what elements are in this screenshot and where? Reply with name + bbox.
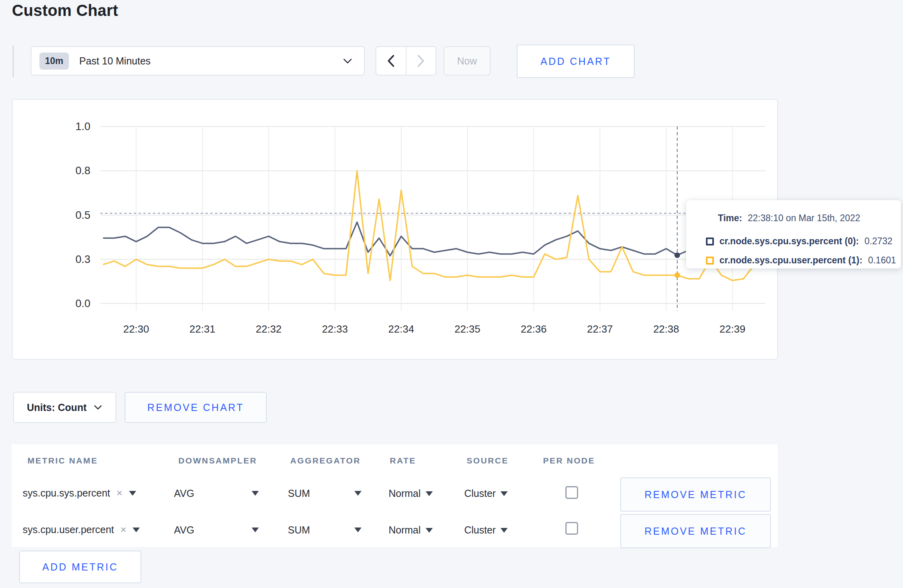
caret-down-icon [129, 491, 136, 496]
source-dropdown[interactable]: Cluster [464, 524, 508, 536]
col-header-per-node: PER NODE [543, 456, 595, 465]
caret-down-icon [500, 491, 508, 496]
col-header-source: SOURCE [467, 456, 508, 465]
caret-down-icon [426, 528, 433, 533]
hover-point-sys [674, 252, 680, 258]
table-row: sys.cpu.sys.percent × AVG SUM Normal Clu… [12, 477, 778, 513]
units-dropdown[interactable]: Units: Count [13, 392, 116, 423]
per-node-checkbox[interactable] [565, 522, 578, 535]
table-row: sys.cpu.user.percent × AVG SUM Normal Cl… [12, 513, 778, 550]
next-interval-button[interactable] [407, 47, 436, 75]
metric-name-value: sys.cpu.user.percent [23, 524, 114, 535]
tooltip-series-label: cr.node.sys.cpu.user.percent (1): [719, 255, 862, 266]
per-node-checkbox[interactable] [565, 486, 578, 499]
toolbar-accent-divider [13, 45, 14, 77]
col-header-aggregator: AGGREGATOR [290, 456, 361, 465]
rate-dropdown[interactable]: Normal [389, 524, 433, 536]
x-axis-tick-label: 22:36 [521, 323, 547, 335]
y-axis-tick-label: 0.3 [75, 253, 90, 265]
series-user-legend-swatch-icon [706, 257, 714, 265]
y-axis-tick-label: 0.5 [75, 209, 90, 221]
now-button[interactable]: Now [444, 46, 491, 76]
series-sys-legend-swatch-icon [706, 238, 714, 245]
caret-down-icon [133, 528, 140, 532]
metrics-table: METRIC NAME DOWNSAMPLER AGGREGATOR RATE … [12, 444, 778, 547]
x-axis-tick-label: 22:35 [454, 323, 480, 335]
col-header-metric-name: METRIC NAME [27, 456, 98, 465]
metric-name-value: sys.cpu.sys.percent [23, 487, 110, 499]
caret-down-icon [426, 491, 433, 496]
time-range-dropdown[interactable]: 10m Past 10 Minutes [31, 46, 365, 76]
time-step-button-group [375, 46, 436, 76]
rate-value: Normal [389, 488, 421, 499]
time-range-badge: 10m [39, 53, 69, 70]
chevron-left-icon [386, 54, 396, 68]
downsampler-dropdown[interactable]: AVG [174, 524, 194, 536]
col-header-rate: RATE [390, 456, 416, 465]
y-axis-tick-label: 0.0 [75, 298, 90, 310]
x-axis-tick-label: 22:38 [653, 323, 679, 335]
add-chart-button[interactable]: ADD CHART [517, 45, 635, 78]
x-axis-tick-label: 22:30 [123, 323, 149, 335]
metric-name-dropdown[interactable]: sys.cpu.sys.percent × [23, 487, 136, 499]
remove-chart-button[interactable]: REMOVE CHART [125, 392, 267, 423]
aggregator-dropdown[interactable]: SUM [288, 524, 310, 536]
tooltip-series-row: cr.node.sys.cpu.user.percent (1): 0.1601 [706, 255, 896, 266]
caret-down-icon [500, 528, 508, 533]
remove-metric-button[interactable]: REMOVE METRIC [620, 514, 771, 548]
clear-metric-icon[interactable]: × [117, 487, 123, 499]
tooltip-series-value: 0.1601 [868, 255, 896, 266]
x-axis-tick-label: 22:39 [719, 323, 745, 335]
chevron-right-icon [416, 54, 426, 68]
add-metric-button[interactable]: ADD METRIC [19, 551, 141, 583]
remove-metric-button[interactable]: REMOVE METRIC [620, 477, 771, 512]
caret-down-icon[interactable] [252, 491, 259, 496]
tooltip-time-value: 22:38:10 on Mar 15th, 2022 [748, 213, 860, 224]
chart-tooltip: Time: 22:38:10 on Mar 15th, 2022 cr.node… [686, 200, 901, 269]
x-axis-tick-label: 22:37 [587, 323, 613, 335]
caret-down-icon[interactable] [354, 528, 362, 532]
tooltip-series-label: cr.node.sys.cpu.sys.percent (0): [719, 236, 859, 247]
y-axis-tick-label: 0.8 [75, 165, 90, 177]
downsampler-dropdown[interactable]: AVG [174, 488, 194, 499]
chart-card[interactable]: 0.00.30.50.81.022:3022:3122:3222:3322:34… [12, 99, 778, 360]
caret-down-icon[interactable] [252, 528, 259, 532]
hover-point-user [674, 273, 680, 278]
x-axis-tick-label: 22:34 [388, 323, 414, 335]
x-axis-tick-label: 22:32 [256, 323, 281, 335]
source-dropdown[interactable]: Cluster [464, 488, 508, 499]
tooltip-series-value: 0.2732 [864, 236, 892, 247]
timeseries-chart[interactable]: 0.00.30.50.81.022:3022:3122:3222:3322:34… [13, 100, 779, 360]
rate-dropdown[interactable]: Normal [389, 488, 433, 499]
tooltip-time-label: Time: [718, 213, 742, 224]
page-title: Custom Chart [12, 2, 118, 19]
prev-interval-button[interactable] [376, 47, 407, 75]
metric-name-dropdown[interactable]: sys.cpu.user.percent × [23, 524, 140, 536]
clear-metric-icon[interactable]: × [120, 524, 126, 536]
tooltip-time-row: Time: 22:38:10 on Mar 15th, 2022 [718, 213, 860, 224]
caret-down-icon[interactable] [354, 491, 362, 496]
rate-value: Normal [389, 524, 421, 536]
chevron-down-icon [94, 404, 102, 411]
x-axis-tick-label: 22:31 [190, 323, 215, 335]
x-axis-tick-label: 22:33 [322, 323, 348, 335]
y-axis-tick-label: 1.0 [75, 121, 90, 132]
units-label: Units: Count [27, 402, 87, 413]
source-value: Cluster [464, 524, 496, 536]
source-value: Cluster [464, 488, 496, 499]
chevron-down-icon [342, 57, 353, 66]
aggregator-dropdown[interactable]: SUM [288, 488, 310, 499]
time-range-label: Past 10 Minutes [79, 55, 150, 67]
tooltip-series-row: cr.node.sys.cpu.sys.percent (0): 0.2732 [706, 236, 893, 247]
col-header-downsampler: DOWNSAMPLER [178, 456, 257, 465]
